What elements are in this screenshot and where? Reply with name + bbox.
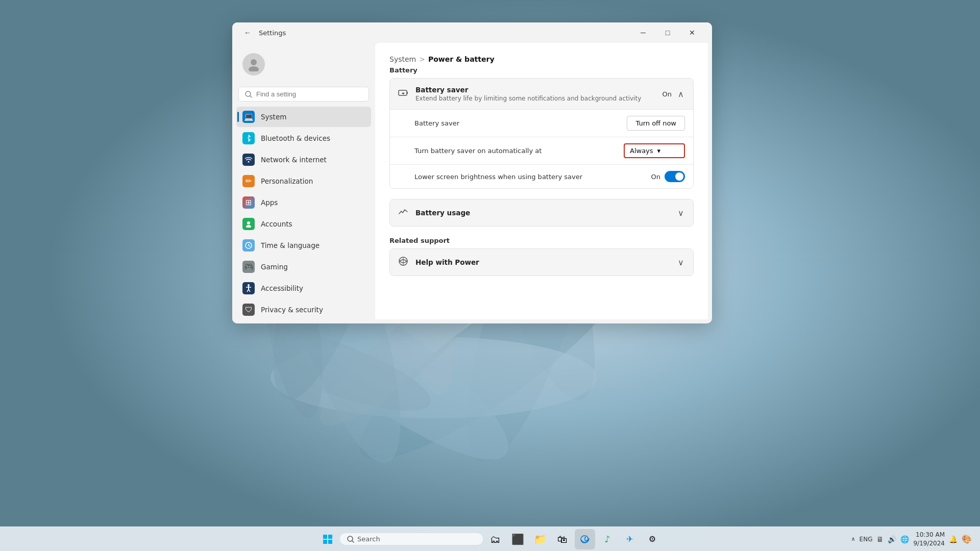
sidebar-item-privacy[interactable]: 🛡 Privacy & security [236,299,371,320]
auto-saver-dropdown[interactable]: Always ▾ [624,143,685,158]
battery-usage-row[interactable]: Battery usage ∨ [390,199,693,226]
taskbar-center: Search 🗂 ⬛ 📁 🛍 ♪ ✈ ⚙ [317,529,663,549]
dropdown-value: Always [630,147,653,155]
related-support-label: Related support [389,237,694,244]
sidebar-item-label: Personalization [261,177,313,185]
taskbar-time-value: 10:30 AM [913,531,945,539]
taskbar-files-app[interactable]: 🗂 [485,529,505,549]
brightness-label: Lower screen brightness when using batte… [414,173,651,181]
sidebar-item-system[interactable]: 💻 System [236,107,371,127]
sidebar-item-network[interactable]: Network & internet [236,149,371,170]
svg-point-23 [246,225,251,228]
brightness-toggle[interactable] [665,171,685,182]
battery-usage-icon [398,207,408,219]
taskbar-clock[interactable]: 10:30 AM 9/19/2024 [913,531,945,548]
back-button[interactable]: ← [240,26,255,40]
taskbar: Search 🗂 ⬛ 📁 🛍 ♪ ✈ ⚙ ∧ ENG 🖥 🔊 🌐 10:30 A… [0,527,980,551]
sidebar-item-label: Apps [261,198,278,207]
sidebar: 💻 System Bluetooth & devices [232,43,375,323]
taskbar-network-icon[interactable]: 🌐 [900,535,909,543]
avatar [242,53,265,76]
battery-usage-title: Battery usage [415,209,670,217]
svg-rect-36 [323,535,327,539]
help-power-icon [398,256,408,268]
battery-section-label: Battery [389,66,694,74]
svg-rect-33 [407,92,408,94]
user-profile [236,47,371,84]
battery-saver-inner-row-3: Lower screen brightness when using batte… [390,165,693,188]
accessibility-icon [242,282,255,294]
start-button[interactable] [317,529,338,549]
taskbar-chevron[interactable]: ∧ [851,536,855,542]
sidebar-item-accounts[interactable]: Accounts [236,214,371,234]
window-controls: ─ □ ✕ [631,24,704,41]
close-button[interactable]: ✕ [680,24,704,41]
breadcrumb: System > Power & battery [389,55,694,63]
help-power-title: Help with Power [415,258,670,266]
help-power-content: Help with Power [415,258,670,266]
network-icon [242,154,255,166]
taskbar-notification-icon[interactable]: 🔔 [949,535,958,543]
taskbar-speaker-icon[interactable]: 🔊 [888,535,896,543]
turn-off-button[interactable]: Turn off now [627,116,685,131]
privacy-icon: 🛡 [242,304,255,316]
accounts-icon [242,218,255,230]
svg-rect-38 [323,540,327,544]
sidebar-item-gaming[interactable]: 🎮 Gaming [236,257,371,277]
taskbar-monitor-icon: 🖥 [876,535,884,543]
taskbar-settings-app[interactable]: ⚙ [642,529,663,549]
sidebar-item-label: Privacy & security [261,306,323,314]
svg-rect-37 [328,535,332,539]
battery-saver-expand[interactable]: ∧ [677,88,685,100]
sidebar-item-personalization[interactable]: ✏ Personalization [236,171,371,191]
help-power-expand[interactable]: ∨ [677,257,685,268]
settings-body: 💻 System Bluetooth & devices [232,43,712,323]
taskbar-telegram-app[interactable]: ✈ [620,529,640,549]
breadcrumb-parent[interactable]: System [389,55,416,63]
battery-saver-icon [398,88,408,100]
window-title: Settings [259,29,631,37]
sidebar-search-input[interactable] [256,90,362,98]
brightness-action: On [651,171,685,182]
taskbar-search[interactable]: Search [340,533,483,545]
taskbar-colorful-icon: 🎨 [962,534,972,544]
taskbar-edge-app[interactable] [575,529,595,549]
svg-point-22 [247,221,250,224]
taskbar-date-value: 9/19/2024 [913,539,945,548]
help-power-action: ∨ [677,257,685,268]
sidebar-item-accessibility[interactable]: Accessibility [236,278,371,298]
minimize-button[interactable]: ─ [631,24,655,41]
gaming-icon: 🎮 [242,261,255,273]
sidebar-item-time[interactable]: Time & language [236,235,371,256]
search-icon [245,91,252,98]
taskbar-spotify-app[interactable]: ♪ [597,529,618,549]
svg-line-20 [250,96,252,97]
taskbar-search-icon [347,536,354,543]
taskbar-terminal-app[interactable]: ⬛ [507,529,528,549]
taskbar-store-app[interactable]: 🛍 [552,529,573,549]
battery-saver-header[interactable]: Battery saver Extend battery life by lim… [390,79,693,110]
sidebar-item-bluetooth[interactable]: Bluetooth & devices [236,128,371,148]
battery-usage-content: Battery usage [415,209,670,217]
taskbar-right: ∧ ENG 🖥 🔊 🌐 10:30 AM 9/19/2024 🔔 🎨 [851,531,972,548]
auto-saver-label: Turn battery saver on automatically at [414,147,624,155]
svg-line-30 [247,289,249,292]
help-power-row[interactable]: Help with Power ∨ [390,249,693,276]
svg-point-18 [249,66,259,71]
battery-saver-desc: Extend battery life by limiting some not… [415,95,655,102]
maximize-button[interactable]: □ [656,24,679,41]
sidebar-item-label: Accessibility [261,284,303,292]
auto-saver-action: Always ▾ [624,143,685,158]
battery-usage-expand[interactable]: ∨ [677,207,685,219]
taskbar-explorer-app[interactable]: 📁 [530,529,550,549]
sidebar-item-apps[interactable]: ⊞ Apps [236,192,371,213]
svg-line-26 [249,245,250,246]
taskbar-search-label: Search [357,535,380,543]
svg-point-17 [251,59,257,65]
breadcrumb-separator: > [419,55,425,63]
battery-saver-card: Battery saver Extend battery life by lim… [389,78,694,189]
breadcrumb-current: Power & battery [428,55,495,63]
related-support-card: Help with Power ∨ [389,248,694,276]
title-bar: ← Settings ─ □ ✕ [232,22,712,43]
sidebar-search-box[interactable] [238,87,369,102]
